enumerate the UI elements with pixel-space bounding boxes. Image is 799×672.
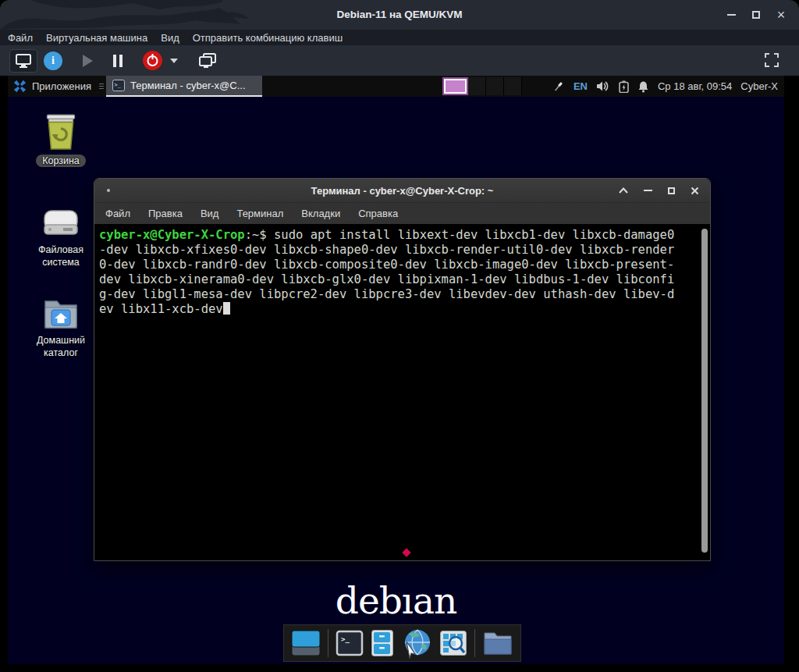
battery-icon[interactable]: [619, 80, 629, 93]
application-finder-icon: [439, 630, 467, 656]
panel-clock[interactable]: Ср 18 авг, 09:54: [658, 80, 732, 92]
web-browser-globe-icon: [401, 628, 432, 659]
debian-logo: debıan: [8, 579, 784, 622]
pause-button[interactable]: [113, 55, 123, 67]
hard-drive-icon: [41, 204, 80, 240]
workspace-3[interactable]: [486, 77, 504, 95]
minimize-button[interactable]: [726, 9, 737, 20]
volume-icon[interactable]: [596, 80, 610, 92]
displays-icon: [198, 52, 217, 69]
virt-manager-window: Debian-11 на QEMU/KVM × Файл Виртуальная…: [0, 0, 799, 672]
applications-label: Приложения: [32, 80, 91, 92]
system-tray: EN Ср 18 авг, 09:54 Cyb: [552, 76, 784, 97]
terminal-line: dev libxcb-xinerama0-dev libxcb-glx0-dev…: [99, 272, 705, 287]
shutdown-button[interactable]: [143, 51, 162, 70]
dock-app-finder-button[interactable]: [439, 630, 467, 656]
terminal-maximize-button[interactable]: [668, 187, 675, 194]
desktop-icon-home[interactable]: Домашний каталог: [28, 295, 94, 359]
workspace-2[interactable]: [468, 77, 486, 95]
run-button[interactable]: [83, 55, 93, 67]
panel-username[interactable]: Cyber-X: [740, 80, 778, 92]
terminal-menu-view[interactable]: Вид: [201, 208, 219, 219]
terminal-window-icon: >_: [112, 80, 125, 91]
monitor-icon: [15, 53, 32, 69]
terminal-titlebar[interactable]: Терминал - cyber-x@Cyber-X-Crop: ~: [94, 179, 710, 202]
panel-handle[interactable]: [99, 84, 104, 89]
desktop-icon-label: Корзина: [36, 155, 86, 167]
virtual-displays-button[interactable]: [198, 52, 217, 69]
vm-display-frame: Приложения >_ Терминал - cyber-x@C...: [0, 76, 799, 672]
menu-send-key[interactable]: Отправить комбинацию клавиш: [193, 32, 343, 44]
desktop-icon-trash[interactable]: Корзина: [28, 112, 94, 167]
vm-screen[interactable]: Приложения >_ Терминал - cyber-x@C...: [8, 76, 784, 664]
terminal-window: Терминал - cyber-x@Cyber-X-Crop: ~ Файл: [94, 178, 711, 561]
terminal-line: ev libx11-xcb-dev: [99, 302, 705, 317]
terminal-menu-file[interactable]: Файл: [105, 208, 130, 219]
workspace-switcher: [442, 77, 522, 95]
terminal-line: cyber-x@Cyber-X-Crop:~$ sudo apt install…: [99, 228, 705, 243]
home-folder-icon: [41, 295, 80, 331]
xfce-panel: Приложения >_ Терминал - cyber-x@C...: [8, 76, 784, 97]
terminal-cursor: [223, 302, 230, 315]
desktop-icon-label: Файловая система: [28, 244, 94, 268]
close-button[interactable]: ×: [776, 9, 787, 20]
terminal-line: -dev libxcb-xfixes0-dev libxcb-shape0-de…: [99, 243, 705, 258]
host-menubar: Файл Виртуальная машина Вид Отправить ко…: [0, 30, 799, 45]
applications-menu-button[interactable]: Приложения: [8, 76, 97, 97]
maximize-button[interactable]: [751, 9, 762, 20]
show-info-button[interactable]: i: [44, 52, 62, 70]
dock-separator: [328, 629, 328, 657]
terminal-scrollbar[interactable]: [701, 229, 708, 553]
show-desktop-button[interactable]: [291, 630, 321, 656]
power-icon: [143, 51, 162, 70]
play-icon: [83, 55, 93, 67]
console-display-button[interactable]: [9, 49, 37, 73]
desktop-icon-label: Домашний каталог: [28, 334, 94, 359]
terminal-title: Терминал - cyber-x@Cyber-X-Crop: ~: [311, 185, 494, 197]
menu-view[interactable]: Вид: [161, 32, 179, 44]
dock-terminal-button[interactable]: >_: [336, 630, 364, 656]
svg-text:>_: >_: [115, 82, 122, 88]
dock-web-browser-button[interactable]: [401, 628, 432, 659]
dock-separator: [474, 629, 475, 657]
menu-file[interactable]: Файл: [8, 32, 33, 44]
terminal-close-button[interactable]: [691, 187, 699, 195]
terminal-app-icon: >_: [336, 630, 364, 656]
shade-button[interactable]: [619, 187, 628, 194]
taskbar-terminal-button[interactable]: >_ Терминал - cyber-x@C...: [106, 76, 262, 97]
workspace-4[interactable]: [504, 77, 522, 95]
fullscreen-button[interactable]: [765, 53, 779, 67]
terminal-minimize-button[interactable]: [644, 190, 652, 191]
terminal-menu-terminal[interactable]: Терминал: [236, 208, 283, 219]
notifications-bell-icon[interactable]: [637, 80, 649, 93]
dock-file-cabinet-button[interactable]: [371, 629, 394, 657]
dock-panel: >_: [283, 624, 521, 662]
svg-text:>_: >_: [341, 635, 350, 643]
terminal-line: g-dev libgl1-mesa-dev libpcre2-dev libpc…: [99, 287, 705, 302]
file-cabinet-icon: [371, 629, 394, 657]
terminal-line: 0-dev libxcb-randr0-dev libxcb-composite…: [99, 258, 705, 272]
taskbar-window-title: Терминал - cyber-x@C...: [130, 80, 245, 91]
dock-file-manager-button[interactable]: [482, 630, 513, 656]
terminal-menubar: Файл Правка Вид Терминал Вкладки Справка: [94, 202, 710, 224]
workspace-1-active[interactable]: [442, 77, 468, 95]
scrollbar-thumb[interactable]: [701, 229, 708, 553]
shutdown-options-button[interactable]: [169, 59, 178, 63]
desktop-icon-filesystem[interactable]: Файловая система: [28, 204, 94, 268]
fullscreen-icon: [765, 53, 779, 67]
tool-tray-icon[interactable]: [552, 80, 565, 93]
host-titlebar: Debian-11 на QEMU/KVM ×: [0, 0, 799, 30]
menu-virtual-machine[interactable]: Виртуальная машина: [46, 32, 147, 44]
terminal-menu-help[interactable]: Справка: [358, 208, 398, 219]
trash-icon: [41, 112, 80, 151]
folder-icon: [482, 630, 513, 656]
terminal-menu-edit[interactable]: Правка: [148, 208, 183, 219]
keyboard-layout-indicator[interactable]: EN: [574, 80, 588, 92]
chevron-down-icon: [170, 59, 178, 63]
applications-menu-icon: [13, 80, 27, 93]
show-desktop-icon: [291, 630, 321, 656]
terminal-window-dot-icon: [107, 189, 110, 192]
terminal-menu-tabs[interactable]: Вкладки: [301, 208, 340, 219]
terminal-body[interactable]: cyber-x@Cyber-X-Crop:~$ sudo apt install…: [94, 224, 710, 560]
host-toolbar: i: [0, 45, 799, 76]
